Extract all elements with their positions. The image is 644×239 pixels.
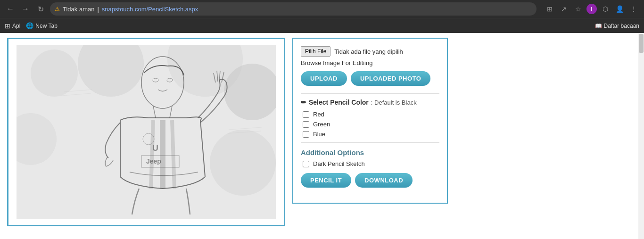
blue-label[interactable]: Blue <box>313 131 325 138</box>
apps-label: Apl <box>12 23 20 29</box>
profile-initial: I <box>591 7 593 12</box>
main-content: Jeep U <box>0 33 644 239</box>
share-button[interactable]: ↗ <box>558 3 570 15</box>
dark-pencil-label[interactable]: Dark Pencil Sketch <box>313 160 365 167</box>
apps-button[interactable]: ⊞ Apl <box>5 22 20 30</box>
separator: | <box>97 6 99 13</box>
scrollbar-thumb[interactable] <box>639 34 644 53</box>
new-tab-label: New Tab <box>35 23 57 29</box>
svg-text:U: U <box>152 143 158 153</box>
svg-point-1 <box>31 49 78 97</box>
forward-button[interactable]: → <box>20 3 31 15</box>
bookmarks-bar: ⊞ Apl 🌐 New Tab 📖 Daftar bacaan <box>0 18 644 33</box>
red-option-row: Red <box>301 111 439 118</box>
browser-actions: ⊞ ↗ ☆ I ⬡ 👤 ⋮ <box>544 3 639 15</box>
apps-grid-icon: ⊞ <box>5 22 10 30</box>
back-button[interactable]: ← <box>5 3 16 15</box>
reading-list-label: Daftar bacaan <box>604 23 639 29</box>
uploaded-photo-button[interactable]: UPLOADED PHOTO <box>351 71 431 86</box>
action-btn-row: PENCIL IT DOWNLOAD <box>301 173 439 188</box>
download-button[interactable]: DOWNLOAD <box>355 173 413 188</box>
blue-option-row: Blue <box>301 131 439 138</box>
red-checkbox[interactable] <box>303 111 309 118</box>
url-text: snapstouch.com/PencilSketch.aspx <box>102 6 198 13</box>
upload-btn-row: UPLOAD UPLOADED PHOTO <box>301 71 439 86</box>
image-panel: Jeep U <box>7 38 285 226</box>
divider-2 <box>301 142 439 143</box>
sketch-preview: Jeep U <box>17 45 276 219</box>
security-icon: ⚠ <box>55 6 60 12</box>
pencil-color-subtitle: : Default is Black <box>371 99 417 106</box>
file-input-row: Pilih File Tidak ada file yang dipilih <box>301 46 439 57</box>
sketch-svg: Jeep U <box>17 45 276 219</box>
browse-label: Browse Image For Editiing <box>301 59 439 66</box>
svg-text:Jeep: Jeep <box>146 157 161 165</box>
menu-button[interactable]: ⋮ <box>628 3 639 15</box>
file-name-display: Tidak ada file yang dipilih <box>334 48 403 55</box>
dark-pencil-checkbox[interactable] <box>303 161 309 167</box>
browser-chrome: ← → ↻ ⚠ Tidak aman | snapstouch.com/Penc… <box>0 0 644 18</box>
translate-button[interactable]: ⊞ <box>544 3 555 15</box>
red-label[interactable]: Red <box>313 111 324 118</box>
pencil-color-section-title: ✏ Select Pencil Color : Default is Black <box>301 99 439 106</box>
pencil-icon: ✏ <box>301 99 306 106</box>
scrollbar[interactable] <box>638 33 644 239</box>
green-option-row: Green <box>301 121 439 128</box>
dark-pencil-option-row: Dark Pencil Sketch <box>301 160 439 167</box>
divider-1 <box>301 93 439 94</box>
green-checkbox[interactable] <box>303 121 309 128</box>
upload-button[interactable]: UPLOAD <box>301 71 347 86</box>
reading-list-icon: 📖 <box>595 23 602 29</box>
reload-button[interactable]: ↻ <box>35 3 46 15</box>
green-label[interactable]: Green <box>313 121 330 128</box>
address-bar[interactable]: ⚠ Tidak aman | snapstouch.com/PencilSket… <box>50 2 537 16</box>
security-label: Tidak aman <box>63 6 94 13</box>
pencil-color-title: Select Pencil Color <box>309 99 369 106</box>
blue-checkbox[interactable] <box>303 131 309 138</box>
bookmark-button[interactable]: ☆ <box>572 3 584 15</box>
choose-file-button[interactable]: Pilih File <box>301 46 330 57</box>
new-tab-bookmark[interactable]: 🌐 New Tab <box>26 22 57 29</box>
reading-list-button[interactable]: 📖 Daftar bacaan <box>595 23 639 29</box>
svg-point-6 <box>210 130 276 196</box>
right-panel: Pilih File Tidak ada file yang dipilih B… <box>292 38 448 204</box>
extensions-button[interactable]: ⬡ <box>600 3 611 15</box>
profile-avatar[interactable]: I <box>586 4 597 14</box>
additional-options-title: Additional Options <box>301 148 439 157</box>
profile-button[interactable]: 👤 <box>614 3 625 15</box>
globe-icon: 🌐 <box>26 22 33 29</box>
pencil-it-button[interactable]: PENCIL IT <box>301 173 351 188</box>
